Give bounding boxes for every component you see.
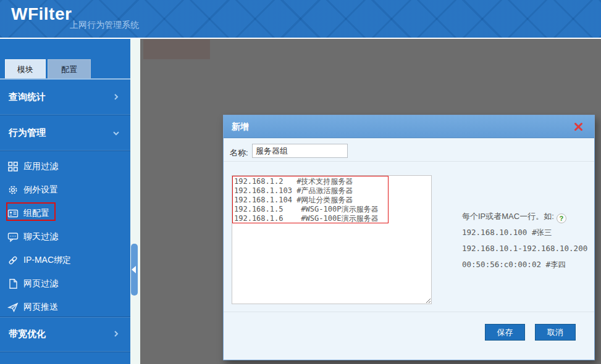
sidebar-item-label: 网页过滤 <box>23 278 58 289</box>
section-label: 行为管理 <box>9 127 46 139</box>
chevron-right-icon <box>112 329 120 338</box>
sidebar-gutter <box>130 39 140 364</box>
sidebar-item-label: 例外设置 <box>23 184 58 196</box>
cancel-button[interactable]: 取消 <box>535 324 576 341</box>
help-example: 192.168.10.1-192.168.10.200 <box>462 241 589 257</box>
sidebar-tabs: 模块 配置 <box>0 59 130 80</box>
link-icon <box>7 255 19 266</box>
sidebar-item-exceptions[interactable]: 例外设置 <box>0 178 130 202</box>
dialog-body: 名称: 192.168.1.2 #技术支持服务器 192.168.1.103 #… <box>224 138 594 360</box>
paper-plane-icon <box>7 302 19 313</box>
chat-icon <box>7 231 19 242</box>
sidebar-item-label: 聊天过滤 <box>23 231 58 242</box>
sidebar-section-bandwidth[interactable]: 带宽优化 <box>0 317 130 352</box>
help-example: 192.168.10.100 #张三 <box>462 225 589 241</box>
sidebar-item-label: 网页推送 <box>23 302 58 313</box>
sidebar-collapse-handle[interactable] <box>131 244 138 296</box>
dialog-title: 新增 <box>232 122 249 133</box>
add-group-dialog: 新增 名称: 192.168.1.2 #技术支持服务器 192.168.1.10… <box>223 115 595 360</box>
grid-icon <box>7 161 19 172</box>
close-icon[interactable] <box>574 122 583 131</box>
sidebar-item-chat-filter[interactable]: 聊天过滤 <box>0 225 130 249</box>
sidebar-item-app-filter[interactable]: 应用过滤 <box>0 155 130 178</box>
group-config-highlight-box <box>6 202 56 221</box>
app-header: WFilter 上网行为管理系统 <box>0 0 601 38</box>
sidebar-section-query-stats[interactable]: 查询统计 <box>0 80 130 115</box>
sidebar-section-behavior[interactable]: 行为管理 <box>0 116 130 151</box>
sidebar-item-label: 应用过滤 <box>23 161 58 172</box>
collapse-arrow-icon <box>132 266 136 273</box>
app-window: WFilter 上网行为管理系统 模块 配置 查询统计 行为管理 <box>0 0 601 364</box>
section-label: 带宽优化 <box>9 328 46 340</box>
app-logo: WFilter <box>11 4 72 24</box>
dialog-titlebar: 新增 <box>224 115 594 138</box>
help-text-block: 每个IP或者MAC一行。如:? 192.168.10.100 #张三 192.1… <box>462 209 589 273</box>
name-label: 名称: <box>230 147 248 159</box>
app-subtitle: 上网行为管理系统 <box>70 20 139 31</box>
tabs-underline <box>0 78 130 80</box>
save-button[interactable]: 保存 <box>485 324 525 341</box>
group-name-input[interactable] <box>252 144 348 158</box>
sidebar-item-label: IP-MAC绑定 <box>23 255 71 266</box>
chevron-right-icon <box>112 93 120 101</box>
help-example: 00:50:56:c0:00:02 #李四 <box>462 257 589 273</box>
group-members-textarea[interactable]: 192.168.1.2 #技术支持服务器 192.168.1.103 #产品激活… <box>232 175 432 304</box>
page-icon <box>7 278 19 289</box>
section-label: 查询统计 <box>9 91 46 103</box>
tab-config[interactable]: 配置 <box>48 59 91 78</box>
sidebar-item-ip-mac-binding[interactable]: IP-MAC绑定 <box>0 249 130 272</box>
gear-icon <box>7 184 19 196</box>
question-icon[interactable]: ? <box>557 213 566 223</box>
sidebar-item-web-push[interactable]: 网页推送 <box>0 296 130 319</box>
dialog-divider <box>224 161 594 162</box>
tab-modules[interactable]: 模块 <box>5 59 46 78</box>
dimmed-add-button <box>143 39 210 59</box>
chevron-down-icon <box>112 130 120 138</box>
dialog-footer-divider <box>224 312 594 312</box>
sidebar: 模块 配置 查询统计 行为管理 应用过滤 <box>0 39 130 364</box>
sidebar-item-web-filter[interactable]: 网页过滤 <box>0 272 130 296</box>
help-intro: 每个IP或者MAC一行。如:? <box>462 209 589 225</box>
